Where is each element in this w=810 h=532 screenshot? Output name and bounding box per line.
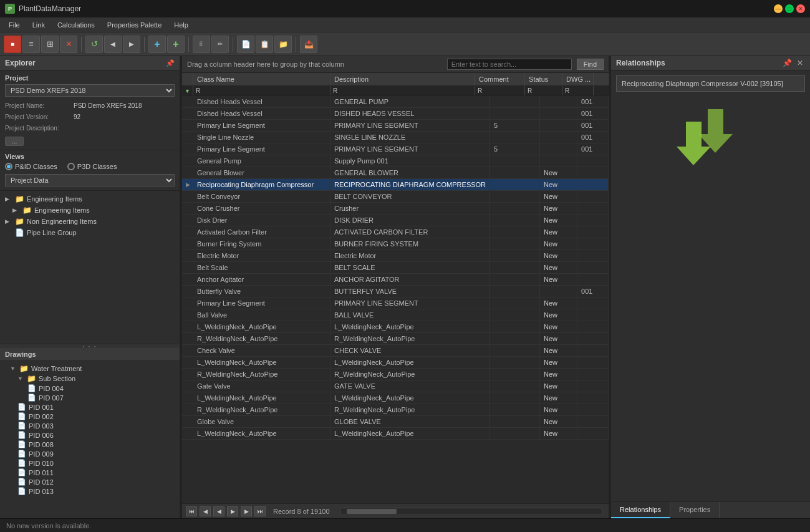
grid-col-description[interactable]: Description <box>330 73 475 85</box>
filter-class[interactable] <box>193 86 330 95</box>
table-row[interactable]: Electric MotorElectric MotorNew <box>182 250 609 262</box>
draw-item-pid010[interactable]: 📄 PID 010 <box>0 458 180 468</box>
grid-col-comment[interactable]: Comment <box>475 73 525 85</box>
explorer-pin-icon[interactable]: 📌 <box>166 59 175 67</box>
table-row[interactable]: R_WeldingNeck_AutoPipeR_WeldingNeck_Auto… <box>182 404 609 416</box>
tb-doc1[interactable]: 📄 <box>237 36 254 53</box>
table-row[interactable]: R_WeldingNeck_AutoPipeR_WeldingNeck_Auto… <box>182 333 609 345</box>
filter-status-input[interactable] <box>528 87 559 94</box>
table-row[interactable]: ▶Reciprocating Diaphragm CompressorRECIP… <box>182 179 609 191</box>
table-row[interactable]: R_WeldingNeck_AutoPipeR_WeldingNeck_Auto… <box>182 369 609 380</box>
grid-col-classname[interactable]: Class Name <box>193 73 330 85</box>
filter-comment-input[interactable] <box>478 87 522 94</box>
draw-item-pid006[interactable]: 📄 PID 006 <box>0 430 180 440</box>
tb-export[interactable]: 📤 <box>300 36 317 53</box>
draw-item-pid009[interactable]: 📄 PID 009 <box>0 449 180 458</box>
tb-edit[interactable]: ✏ <box>211 36 229 53</box>
view-select[interactable]: Project Data <box>5 174 175 186</box>
tb-doc3[interactable]: 📁 <box>274 36 292 53</box>
tb-list[interactable]: ≡ <box>22 36 40 53</box>
menu-file[interactable]: File <box>2 20 26 30</box>
radio-pid[interactable]: P&ID Classes <box>5 163 57 170</box>
table-row[interactable]: General BlowerGENERAL BLOWERNew <box>182 167 609 179</box>
table-row[interactable]: Butterfly ValveBUTTERFLY VALVE001 <box>182 286 609 297</box>
draw-item-pid004[interactable]: 📄 PID 004 <box>0 384 180 393</box>
draw-item-pid001[interactable]: 📄 PID 001 <box>0 402 180 412</box>
menu-calculations[interactable]: Calculations <box>51 20 101 30</box>
menu-link[interactable]: Link <box>26 20 51 30</box>
filter-dwg[interactable] <box>562 86 594 95</box>
maximize-btn[interactable]: □ <box>785 4 794 13</box>
tb-forward[interactable]: ▶ <box>123 36 140 53</box>
table-row[interactable]: Ball ValveBALL VALVENew <box>182 309 609 321</box>
filter-desc[interactable] <box>330 86 475 95</box>
tb-grid[interactable]: ⊞ <box>41 36 59 53</box>
tb-doc2[interactable]: 📋 <box>256 36 273 53</box>
tree-item-engineering[interactable]: ▶ 📁 Engineering Items <box>0 193 180 205</box>
draw-item-pid012[interactable]: 📄 PID 012 <box>0 477 180 486</box>
table-row[interactable]: Cone CrusherCrusherNew <box>182 203 609 215</box>
draw-item-pid003[interactable]: 📄 PID 003 <box>0 421 180 430</box>
find-button[interactable]: Find <box>577 59 604 70</box>
draw-item-sub-section[interactable]: ▼ 📁 Sub Section <box>0 374 180 384</box>
table-row[interactable]: Dished Heads VesselDISHED HEADS VESSEL00… <box>182 108 609 120</box>
tree-item-non-engineering[interactable]: ▶ 📁 Non Engineering Items <box>0 216 180 227</box>
search-input[interactable] <box>447 59 572 70</box>
tree-item-engineering2[interactable]: ▶ 📁 Engineering Items <box>0 205 180 216</box>
table-row[interactable]: Anchor AgitatorANCHOR AGITATORNew <box>182 274 609 286</box>
nav-first[interactable]: ⏮ <box>186 506 197 516</box>
draw-item-pid008[interactable]: 📄 PID 008 <box>0 440 180 449</box>
table-row[interactable]: Activated Carbon FilterACTIVATED CARBON … <box>182 226 609 238</box>
radio-p3d[interactable]: P3D Classes <box>67 163 117 170</box>
tb-red-square[interactable]: ■ <box>4 36 21 53</box>
draw-item-pid002[interactable]: 📄 PID 002 <box>0 412 180 421</box>
table-row[interactable]: Belt ConveyorBELT CONVEYORNew <box>182 191 609 203</box>
grid-col-dwg[interactable]: DWG ... <box>562 73 594 85</box>
table-row[interactable]: Disk DrierDISK DRIERNew <box>182 215 609 226</box>
table-row[interactable]: L_WeldingNeck_AutoPipeL_WeldingNeck_Auto… <box>182 357 609 369</box>
nav-next-next[interactable]: ▶ <box>241 506 252 516</box>
draw-item-pid011[interactable]: 📄 PID 011 <box>0 468 180 477</box>
project-select[interactable]: PSD Demo XREFs 2018 <box>5 84 175 97</box>
tb-add-blue[interactable]: + <box>148 36 166 53</box>
table-row[interactable]: General PumpSupply Pump 001 <box>182 155 609 167</box>
filter-status[interactable] <box>525 86 562 95</box>
tb-close[interactable]: ✕ <box>60 36 77 53</box>
nav-next[interactable]: ▶ <box>227 506 238 516</box>
nav-prev[interactable]: ◀ <box>213 506 224 516</box>
table-row[interactable]: L_WeldingNeck_AutoPipeL_WeldingNeck_Auto… <box>182 428 609 440</box>
tab-relationships[interactable]: Relationships <box>611 502 670 518</box>
table-row[interactable]: Primary Line SegmentPRIMARY LINE SEGMENT… <box>182 143 609 155</box>
rel-pin-btn[interactable]: 📌 <box>783 59 793 67</box>
tb-dots[interactable]: ⠿ <box>193 36 210 53</box>
grid-col-status[interactable]: Status <box>525 73 562 85</box>
table-row[interactable]: L_WeldingNeck_AutoPipeL_WeldingNeck_Auto… <box>182 321 609 333</box>
filter-desc-input[interactable] <box>333 87 472 94</box>
menu-help[interactable]: Help <box>168 20 195 30</box>
filter-dwg-input[interactable] <box>565 87 591 94</box>
table-row[interactable]: L_WeldingNeck_AutoPipeL_WeldingNeck_Auto… <box>182 392 609 404</box>
tb-add-green[interactable]: + <box>167 36 185 53</box>
close-btn[interactable]: ✕ <box>796 4 805 13</box>
tb-back[interactable]: ◀ <box>104 36 122 53</box>
draw-item-pid013[interactable]: 📄 PID 013 <box>0 486 180 496</box>
tb-refresh[interactable]: ↺ <box>85 36 103 53</box>
draw-item-pid007[interactable]: 📄 PID 007 <box>0 393 180 402</box>
rel-close-btn[interactable]: ✕ <box>795 59 805 67</box>
draw-item-water-treatment[interactable]: ▼ 📁 Water Treatment <box>0 364 180 374</box>
table-row[interactable]: Primary Line SegmentPRIMARY LINE SEGMENT… <box>182 297 609 309</box>
tab-properties[interactable]: Properties <box>670 502 720 518</box>
filter-comment[interactable] <box>475 86 525 95</box>
table-row[interactable]: Belt ScaleBELT SCALENew <box>182 262 609 274</box>
tree-item-pipeline[interactable]: 📄 Pipe Line Group <box>0 227 180 238</box>
minimize-btn[interactable]: — <box>774 4 783 13</box>
filter-class-input[interactable] <box>196 87 327 94</box>
project-desc-btn[interactable]: ... <box>5 137 24 146</box>
nav-last[interactable]: ⏭ <box>254 506 266 516</box>
table-row[interactable]: Globe ValveGLOBE VALVENew <box>182 416 609 428</box>
table-row[interactable]: Gate ValveGATE VALVENew <box>182 380 609 392</box>
table-row[interactable]: Primary Line SegmentPRIMARY LINE SEGMENT… <box>182 120 609 132</box>
table-row[interactable]: Dished Heads VesselGENERAL PUMP001 <box>182 96 609 108</box>
menu-properties-palette[interactable]: Properties Palette <box>101 20 168 30</box>
horizontal-scrollbar[interactable] <box>340 508 603 515</box>
